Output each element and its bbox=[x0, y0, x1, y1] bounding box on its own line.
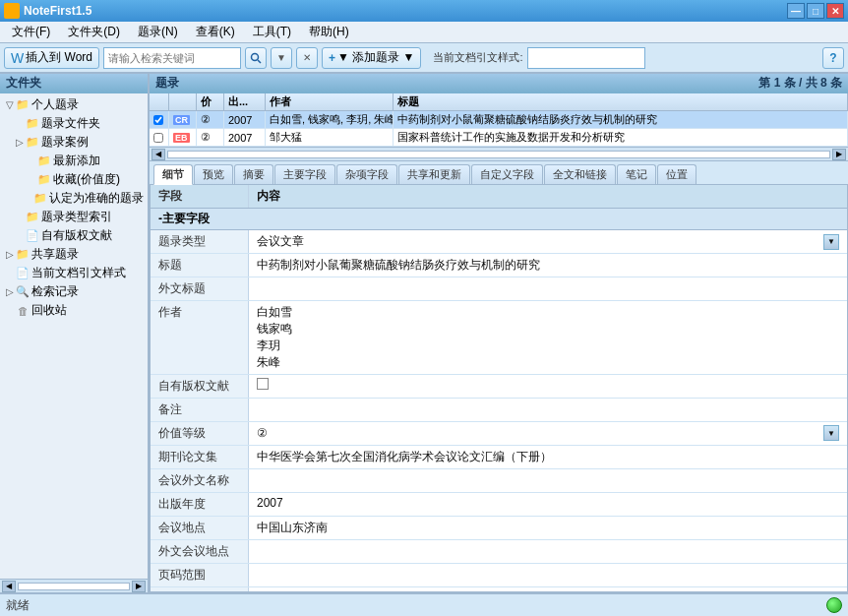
tab-position[interactable]: 位置 bbox=[657, 164, 697, 184]
help-button[interactable]: ? bbox=[822, 47, 844, 69]
minimize-button[interactable]: — bbox=[787, 3, 805, 19]
field-value-type[interactable]: 会议文章 ▼ bbox=[249, 230, 847, 253]
search-options-button[interactable]: ▼ bbox=[271, 47, 292, 69]
type-dropdown-arrow[interactable]: ▼ bbox=[823, 234, 839, 250]
field-value-location[interactable]: 中国山东济南 bbox=[249, 517, 847, 539]
field-value-remarks[interactable] bbox=[249, 399, 847, 421]
table-scroll-track[interactable] bbox=[167, 151, 830, 158]
field-value-papers[interactable]: 中华医学会第七次全国消化病学术会议论文汇编（下册） bbox=[249, 446, 847, 468]
tab-fulltext[interactable]: 全文和链接 bbox=[544, 164, 616, 184]
row-checkbox-1[interactable] bbox=[153, 115, 163, 125]
row-checkbox-2[interactable] bbox=[153, 133, 163, 143]
table-scroll-right[interactable]: ▶ bbox=[832, 149, 846, 160]
menu-view[interactable]: 查看(K) bbox=[188, 22, 243, 42]
menu-file[interactable]: 文件(F) bbox=[4, 22, 58, 42]
field-label-value-level: 价值等级 bbox=[151, 422, 249, 445]
menu-records[interactable]: 题录(N) bbox=[130, 22, 186, 42]
expand-files[interactable] bbox=[14, 118, 26, 130]
type-dropdown[interactable]: 会议文章 ▼ bbox=[257, 233, 839, 250]
tab-preview[interactable]: 预览 bbox=[194, 164, 233, 184]
expand-shared[interactable]: ▷ bbox=[4, 249, 16, 261]
clear-search-button[interactable]: ✕ bbox=[296, 47, 318, 69]
expand-currentstyle[interactable] bbox=[4, 268, 16, 279]
sidebar-item-personal[interactable]: ▽ 📁 个人题录 bbox=[2, 95, 146, 114]
detail-row-title[interactable]: 标题 中药制剂对小鼠葡聚糖硫酸钠结肠炎疗效与机制的研究 bbox=[151, 254, 847, 277]
field-value-level[interactable]: ② ▼ bbox=[249, 422, 847, 445]
expand-examples[interactable]: ▷ bbox=[14, 137, 26, 149]
row-check-2[interactable] bbox=[150, 129, 169, 146]
field-value-doi[interactable] bbox=[249, 587, 847, 592]
tab-detail[interactable]: 细节 bbox=[153, 164, 193, 185]
expand-trash[interactable] bbox=[4, 305, 16, 317]
insert-to-word-button[interactable]: W 插入到 Word bbox=[4, 47, 99, 69]
detail-row-author[interactable]: 作者 白如雪 钱家鸣 李玥 朱峰 bbox=[151, 301, 847, 375]
expand-search[interactable]: ▷ bbox=[4, 286, 16, 298]
expand-own[interactable] bbox=[14, 230, 26, 242]
search-button[interactable] bbox=[245, 47, 267, 69]
expand-recent[interactable] bbox=[26, 155, 37, 167]
sidebar-item-recent[interactable]: 📁 最新添加 bbox=[2, 152, 146, 170]
detail-row-remarks[interactable]: 备注 bbox=[151, 399, 847, 422]
field-value-year[interactable]: 2007 bbox=[249, 493, 847, 516]
detail-row-conf-foreign[interactable]: 会议外文名称 bbox=[151, 469, 847, 493]
sidebar-item-examples[interactable]: ▷ 📁 题录案例 bbox=[2, 133, 146, 152]
menu-help[interactable]: 帮助(H) bbox=[301, 22, 357, 42]
field-value-title[interactable]: 中药制剂对小鼠葡聚糖硫酸钠结肠炎疗效与机制的研究 bbox=[249, 254, 847, 277]
detail-row-type[interactable]: 题录类型 会议文章 ▼ bbox=[151, 230, 847, 254]
tab-share-update[interactable]: 共享和更新 bbox=[398, 164, 470, 184]
sidebar-item-shared[interactable]: ▷ 📁 共享题录 bbox=[2, 245, 146, 264]
detail-row-location[interactable]: 会议地点 中国山东济南 bbox=[151, 517, 847, 540]
sidebar-item-trash[interactable]: 🗑 回收站 bbox=[2, 301, 146, 320]
menu-tools[interactable]: 工具(T) bbox=[245, 22, 299, 42]
sidebar-item-own[interactable]: 📄 自有版权文献 bbox=[2, 226, 146, 245]
row-check-1[interactable] bbox=[150, 111, 169, 128]
row-value-2: ② bbox=[197, 129, 224, 146]
detail-row-own[interactable]: 自有版权文献 bbox=[151, 375, 847, 399]
value-level-arrow[interactable]: ▼ bbox=[823, 425, 839, 441]
tab-abstract[interactable]: 摘要 bbox=[234, 164, 273, 184]
close-button[interactable]: ✕ bbox=[826, 3, 844, 19]
add-record-button[interactable]: + ▼ 添加题录 ▼ bbox=[322, 47, 421, 69]
field-value-foreign-location[interactable] bbox=[249, 540, 847, 563]
detail-row-year[interactable]: 出版年度 2007 bbox=[151, 493, 847, 517]
scroll-left-button[interactable]: ◀ bbox=[2, 581, 16, 592]
sidebar-item-confirmed[interactable]: 📁 认定为准确的题录 bbox=[2, 189, 146, 208]
tab-notes[interactable]: 笔记 bbox=[617, 164, 656, 184]
menu-folder[interactable]: 文件夹(D) bbox=[60, 22, 128, 42]
field-value-conf-foreign[interactable] bbox=[249, 469, 847, 492]
maximize-button[interactable]: □ bbox=[807, 3, 824, 19]
field-value-foreign-title[interactable] bbox=[249, 277, 847, 300]
table-row[interactable]: EB ② 2007 邹大猛 国家科普统计工作的实施及数据开发和分析研究 bbox=[150, 129, 848, 147]
sidebar-item-currentstyle[interactable]: 📄 当前文档引文样式 bbox=[2, 264, 146, 282]
sidebar-item-files[interactable]: 📁 题录文件夹 bbox=[2, 114, 146, 133]
detail-row-conference-papers[interactable]: 期刊论文集 中华医学会第七次全国消化病学术会议论文汇编（下册） bbox=[151, 446, 847, 469]
expand-personal[interactable]: ▽ bbox=[4, 99, 16, 111]
detail-row-value-level[interactable]: 价值等级 ② ▼ bbox=[151, 422, 847, 446]
table-row[interactable]: CR ② 2007 白如雪, 钱家鸣, 李玥, 朱峰 中药制剂对小鼠葡聚糖硫酸钠… bbox=[150, 111, 848, 129]
sidebar-item-search[interactable]: ▷ 🔍 检索记录 bbox=[2, 282, 146, 301]
records-header: 题录 第 1 条 / 共 8 条 bbox=[150, 74, 848, 93]
tab-misc-fields[interactable]: 杂项字段 bbox=[336, 164, 397, 184]
field-value-author[interactable]: 白如雪 钱家鸣 李玥 朱峰 bbox=[249, 301, 847, 374]
citation-style-input[interactable] bbox=[527, 47, 645, 69]
detail-row-foreign-location[interactable]: 外文会议地点 bbox=[151, 540, 847, 564]
expand-favorites[interactable] bbox=[26, 174, 37, 186]
detail-row-doi[interactable]: DOI bbox=[151, 587, 847, 592]
table-scroll-left[interactable]: ◀ bbox=[151, 149, 165, 160]
search-input[interactable] bbox=[103, 47, 241, 69]
tab-custom-fields[interactable]: 自定义字段 bbox=[471, 164, 543, 184]
field-value-pages[interactable] bbox=[249, 564, 847, 586]
detail-row-pages[interactable]: 页码范围 bbox=[151, 564, 847, 587]
own-checkbox[interactable] bbox=[257, 378, 269, 390]
detail-content: 字段 内容 -主要字段 题录类型 会议文章 ▼ 标题 中药制剂对小鼠葡聚糖硫酸钠… bbox=[150, 185, 848, 592]
scroll-right-button[interactable]: ▶ bbox=[132, 581, 146, 592]
sidebar-item-favorites[interactable]: 📁 收藏(价值度) bbox=[2, 170, 146, 189]
value-level-dropdown[interactable]: ② ▼ bbox=[257, 425, 839, 441]
sidebar-item-typeindex[interactable]: 📁 题录类型索引 bbox=[2, 208, 146, 226]
detail-row-foreign-title[interactable]: 外文标题 bbox=[151, 277, 847, 301]
expand-confirmed[interactable] bbox=[26, 193, 33, 205]
expand-typeindex[interactable] bbox=[14, 212, 26, 223]
tab-main-fields[interactable]: 主要字段 bbox=[274, 164, 335, 184]
field-value-own[interactable] bbox=[249, 375, 847, 398]
scroll-track[interactable] bbox=[18, 583, 130, 590]
